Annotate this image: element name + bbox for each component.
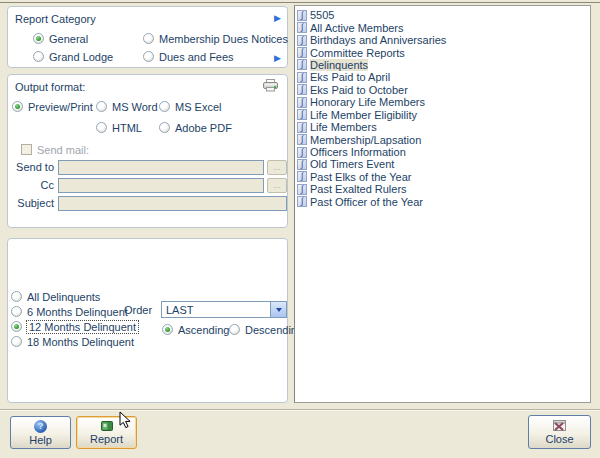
report-document-icon — [297, 122, 307, 133]
radio-ascending-icon[interactable] — [162, 324, 173, 335]
report-category-groupbox: Report Category ▶ ▶ General Membership D… — [7, 6, 288, 68]
cc-browse-button[interactable]: ... — [267, 178, 287, 193]
radio-descending[interactable]: Descending — [229, 323, 303, 336]
radio-dues-and-fees[interactable]: Dues and Fees — [143, 50, 234, 63]
output-format-groupbox: Output format: Preview/Print MS Word MS … — [7, 74, 288, 228]
report-icon — [101, 420, 113, 432]
radio-18-months-delinquent-icon[interactable] — [11, 336, 22, 347]
radio-all-delinquents-icon[interactable] — [11, 291, 22, 302]
report-document-icon — [297, 147, 307, 158]
radio-grand-lodge-icon[interactable] — [33, 51, 44, 62]
list-item[interactable]: Past Elks of the Year — [297, 171, 590, 183]
send-mail-label: Send mail: — [37, 144, 89, 156]
radio-dues-and-fees-label: Dues and Fees — [159, 51, 234, 63]
radio-descending-icon[interactable] — [229, 324, 240, 335]
radio-html-label: HTML — [112, 122, 142, 134]
list-item[interactable]: Life Member Eligibility — [297, 109, 590, 121]
radio-preview-print-icon[interactable] — [12, 101, 23, 112]
radio-ms-excel-label: MS Excel — [175, 101, 221, 113]
list-item[interactable]: 5505 — [297, 9, 590, 21]
report-document-icon — [297, 59, 307, 70]
radio-grand-lodge[interactable]: Grand Lodge — [33, 50, 113, 63]
chevron-down-icon[interactable] — [270, 302, 286, 317]
send-to-label: Send to — [8, 161, 54, 173]
category-next-arrow-icon[interactable]: ▶ — [274, 14, 281, 23]
list-item[interactable]: Past Officer of the Year — [297, 196, 590, 208]
footer-divider — [0, 409, 600, 411]
radio-ms-word-icon[interactable] — [96, 101, 107, 112]
list-item[interactable]: Eks Paid to April — [297, 71, 590, 83]
subject-label: Subject — [8, 197, 54, 209]
send-to-field[interactable] — [58, 160, 264, 175]
radio-membership-dues-notices[interactable]: Membership Dues Notices — [143, 32, 288, 45]
close-button-label: Close — [545, 433, 573, 445]
radio-membership-dues-notices-icon[interactable] — [143, 33, 154, 44]
radio-preview-print[interactable]: Preview/Print — [12, 100, 93, 113]
printer-icon[interactable] — [263, 79, 278, 92]
list-item[interactable]: Officers Information — [297, 146, 590, 158]
close-icon — [552, 419, 567, 432]
report-document-icon — [297, 84, 307, 95]
radio-adobe-pdf-label: Adobe PDF — [175, 122, 232, 134]
cc-field[interactable] — [58, 178, 264, 193]
list-item[interactable]: Birthdays and Anniversaries — [297, 34, 590, 46]
radio-html[interactable]: HTML — [96, 121, 142, 134]
help-button-label: Help — [29, 434, 52, 446]
radio-6-months-delinquent[interactable]: 6 Months Delinquent — [11, 305, 128, 318]
category-next-arrow2-icon[interactable]: ▶ — [274, 54, 281, 63]
radio-18-months-delinquent-label: 18 Months Delinquent — [27, 336, 134, 348]
list-item[interactable]: All Active Members — [297, 21, 590, 33]
report-list[interactable]: 5505 All Active Members Birthdays and An… — [294, 5, 591, 403]
radio-ascending[interactable]: Ascending — [162, 323, 229, 336]
radio-adobe-pdf-icon[interactable] — [159, 122, 170, 133]
radio-grand-lodge-label: Grand Lodge — [49, 51, 113, 63]
help-button[interactable]: ? Help — [10, 416, 71, 449]
list-item[interactable]: Life Members — [297, 121, 590, 133]
order-label: Order — [124, 304, 152, 316]
radio-ms-word-label: MS Word — [112, 101, 158, 113]
list-item[interactable]: Past Exalted Rulers — [297, 183, 590, 195]
radio-6-months-delinquent-label: 6 Months Delinquent — [27, 306, 128, 318]
list-item[interactable]: Committee Reports — [297, 46, 590, 58]
radio-6-months-delinquent-icon[interactable] — [11, 306, 22, 317]
report-document-icon — [297, 72, 307, 83]
radio-ms-excel-icon[interactable] — [159, 101, 170, 112]
report-document-icon — [297, 35, 307, 46]
send-to-browse-button[interactable]: ... — [267, 160, 287, 175]
send-mail-checkbox[interactable] — [21, 144, 32, 155]
radio-general-label: General — [49, 33, 88, 45]
cc-label: Cc — [8, 179, 54, 191]
delinquents-groupbox: All Delinquents 6 Months Delinquent 12 M… — [7, 238, 288, 403]
list-item-selected[interactable]: Delinquents — [297, 59, 590, 71]
list-item[interactable]: Eks Paid to October — [297, 84, 590, 96]
radio-ascending-label: Ascending — [178, 324, 229, 336]
radio-12-months-delinquent-icon[interactable] — [11, 321, 22, 332]
list-item[interactable]: Old Timers Event — [297, 158, 590, 170]
report-document-icon — [297, 10, 307, 21]
radio-ms-word[interactable]: MS Word — [96, 100, 158, 113]
help-icon: ? — [34, 420, 47, 433]
radio-general-icon[interactable] — [33, 33, 44, 44]
radio-dues-and-fees-icon[interactable] — [143, 51, 154, 62]
radio-all-delinquents-label: All Delinquents — [27, 291, 100, 303]
radio-18-months-delinquent[interactable]: 18 Months Delinquent — [11, 335, 134, 348]
radio-12-months-delinquent[interactable]: 12 Months Delinquent — [11, 320, 138, 333]
mouse-cursor-icon — [119, 411, 133, 430]
radio-ms-excel[interactable]: MS Excel — [159, 100, 221, 113]
top-border-line — [0, 2, 600, 3]
close-button[interactable]: Close — [528, 415, 591, 449]
radio-all-delinquents[interactable]: All Delinquents — [11, 290, 100, 303]
radio-html-icon[interactable] — [96, 122, 107, 133]
order-dropdown-value: LAST — [162, 304, 270, 316]
report-document-icon — [297, 159, 307, 170]
radio-adobe-pdf[interactable]: Adobe PDF — [159, 121, 232, 134]
report-category-title: Report Category — [15, 13, 96, 25]
list-item[interactable]: Membership/Lapsation — [297, 133, 590, 145]
list-item[interactable]: Honorary Life Members — [297, 96, 590, 108]
radio-membership-dues-notices-label: Membership Dues Notices — [159, 33, 288, 45]
radio-general[interactable]: General — [33, 32, 88, 45]
order-dropdown[interactable]: LAST — [161, 301, 287, 318]
subject-field[interactable] — [58, 196, 287, 211]
report-document-icon — [297, 184, 307, 195]
output-format-title: Output format: — [15, 81, 85, 93]
